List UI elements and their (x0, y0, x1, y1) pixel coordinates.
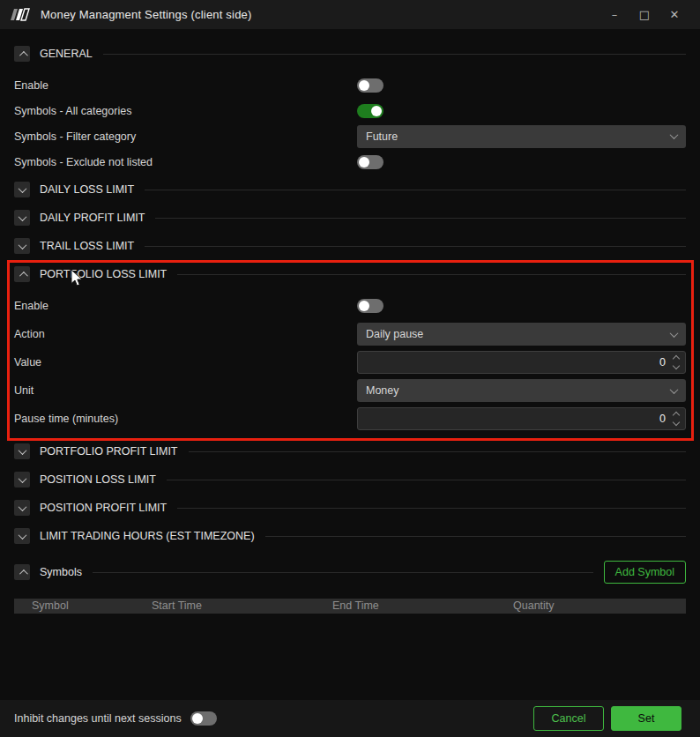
section-title: DAILY PROFIT LIMIT (40, 212, 145, 224)
column-header-end-time: End Time (332, 599, 379, 612)
section-header-portfolio-loss-limit: PORTFOLIO LOSS LIMIT (14, 266, 686, 282)
collapse-toggle-daily-loss[interactable] (14, 182, 30, 197)
footer-buttons: Cancel Set (533, 706, 686, 731)
section-header-symbols: Symbols Add Symbol (14, 561, 686, 584)
row-exclude-not-listed: Symbols - Exclude not listed (14, 149, 686, 175)
window-controls: – □ ✕ (599, 4, 689, 26)
portfolio-enable-toggle[interactable] (357, 299, 384, 313)
chevron-down-icon (18, 531, 26, 540)
section-header-limit-trading-hours: LIMIT TRADING HOURS (EST TIMEZONE) (14, 528, 686, 544)
section-title: POSITION LOSS LIMIT (40, 473, 156, 486)
symbols-table-header: Symbol Start Time End Time Quantity (14, 599, 686, 614)
pause-time-input[interactable]: 0 (357, 407, 686, 430)
row-unit: Unit Money (14, 376, 686, 405)
collapse-toggle-position-profit[interactable] (14, 500, 30, 516)
set-button[interactable]: Set (611, 706, 681, 731)
all-categories-label: Symbols - All categories (14, 105, 131, 117)
section-title: PORTFOLIO LOSS LIMIT (40, 268, 167, 280)
all-categories-toggle[interactable] (357, 104, 384, 118)
section-divider (177, 274, 686, 275)
row-value: Value 0 (14, 348, 686, 376)
chevron-down-icon (18, 212, 26, 221)
row-action: Action Daily pause (14, 320, 686, 348)
collapse-toggle-portfolio-profit[interactable] (14, 443, 30, 459)
title-bar: Money Managment Settings (client side) –… (0, 0, 700, 29)
filter-category-select[interactable]: Future (357, 125, 686, 148)
row-pause-time: Pause time (minutes) 0 (14, 405, 686, 433)
number-value: 0 (659, 413, 666, 425)
collapse-toggle-trading-hours[interactable] (14, 528, 30, 544)
exclude-not-listed-label: Symbols - Exclude not listed (14, 156, 153, 168)
pause-time-label: Pause time (minutes) (14, 413, 118, 425)
row-all-categories: Symbols - All categories (14, 98, 686, 123)
dropdown-value: Money (366, 384, 399, 397)
add-symbol-button[interactable]: Add Symbol (604, 561, 686, 584)
section-title: DAILY LOSS LIMIT (40, 183, 134, 196)
section-title: PORTFOLIO PROFIT LIMIT (40, 445, 178, 458)
row-portfolio-enable: Enable (14, 292, 686, 320)
number-value: 0 (659, 356, 666, 368)
collapse-toggle-trail-loss[interactable] (14, 238, 30, 254)
app-logo-icon (11, 8, 32, 22)
inhibit-changes-toggle[interactable] (190, 711, 217, 726)
chevron-down-icon (18, 241, 26, 249)
action-label: Action (14, 328, 45, 340)
section-divider (265, 536, 686, 537)
section-title: GENERAL (40, 48, 93, 60)
close-button[interactable]: ✕ (659, 4, 689, 26)
section-header-daily-loss-limit: DAILY LOSS LIMIT (14, 182, 686, 197)
spinner-icon[interactable] (674, 413, 679, 425)
section-header-daily-profit-limit: DAILY PROFIT LIMIT (14, 210, 686, 226)
cancel-button[interactable]: Cancel (533, 706, 604, 731)
column-header-start-time: Start Time (152, 599, 202, 612)
filter-category-label: Symbols - Filter category (14, 130, 136, 143)
enable-label: Enable (14, 79, 48, 92)
minimize-button[interactable]: – (599, 4, 629, 26)
maximize-button[interactable]: □ (629, 4, 659, 26)
chevron-down-icon (18, 474, 26, 483)
chevron-down-icon (18, 446, 26, 455)
chevron-down-icon (670, 130, 679, 139)
section-header-position-loss-limit: POSITION LOSS LIMIT (14, 472, 686, 488)
unit-select[interactable]: Money (357, 379, 686, 402)
chevron-down-icon (18, 502, 26, 511)
chevron-down-icon (18, 184, 26, 193)
section-title: TRAIL LOSS LIMIT (40, 240, 134, 252)
portfolio-loss-rows: Enable Action Daily pause Value 0 Unit (14, 292, 686, 433)
collapse-toggle-portfolio-loss[interactable] (14, 266, 30, 282)
action-select[interactable]: Daily pause (357, 323, 686, 346)
chevron-up-icon (19, 271, 27, 279)
section-header-general: GENERAL (14, 46, 686, 62)
section-divider (145, 246, 686, 247)
section-header-position-profit-limit: POSITION PROFIT LIMIT (14, 500, 686, 516)
spinner-icon[interactable] (674, 356, 679, 368)
column-header-symbol: Symbol (32, 599, 69, 612)
chevron-down-icon (670, 329, 679, 338)
value-input[interactable]: 0 (357, 351, 686, 374)
chevron-up-icon (19, 569, 27, 577)
dropdown-value: Future (366, 130, 398, 143)
inhibit-changes-label: Inhibit changes until next sessions (14, 712, 182, 725)
section-title: LIMIT TRADING HOURS (EST TIMEZONE) (40, 530, 255, 542)
collapse-toggle-symbols[interactable] (14, 564, 30, 580)
collapse-toggle-position-loss[interactable] (14, 472, 30, 488)
enable-toggle[interactable] (357, 78, 384, 93)
column-header-quantity: Quantity (513, 599, 555, 612)
enable-label: Enable (14, 300, 48, 312)
dropdown-value: Daily pause (366, 328, 423, 340)
section-divider (93, 572, 593, 573)
section-header-trail-loss-limit: TRAIL LOSS LIMIT (14, 238, 686, 254)
settings-content: GENERAL Enable Symbols - All categories … (0, 46, 700, 614)
collapse-toggle-daily-profit[interactable] (14, 210, 30, 226)
section-divider (103, 54, 686, 55)
money-management-settings-window: { "window": { "title": "Money Managment … (0, 0, 700, 737)
section-title: Symbols (40, 566, 82, 578)
section-title: POSITION PROFIT LIMIT (40, 502, 167, 514)
section-divider (189, 451, 686, 452)
section-header-portfolio-profit-limit: PORTFOLIO PROFIT LIMIT (14, 443, 686, 459)
section-divider (177, 508, 686, 509)
value-label: Value (14, 356, 41, 368)
exclude-not-listed-toggle[interactable] (357, 155, 384, 169)
collapse-toggle-general[interactable] (14, 46, 30, 62)
chevron-up-icon (19, 50, 27, 59)
